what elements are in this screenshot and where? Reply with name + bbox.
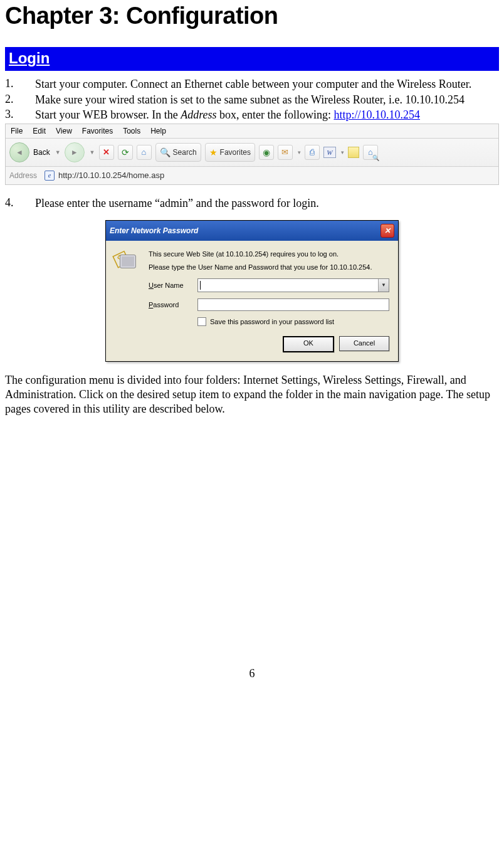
password-input[interactable] <box>197 298 389 311</box>
favorites-button[interactable]: ★Favorites <box>205 143 255 162</box>
menu-view[interactable]: View <box>56 127 72 135</box>
dialog-titlebar: Enter Network Password ✕ <box>106 221 398 241</box>
instruction-list: 1. Start your computer. Connect an Ether… <box>5 77 499 210</box>
ok-button[interactable]: OK <box>283 336 334 352</box>
list-text: Make sure your wired station is set to t… <box>35 93 499 107</box>
password-dialog: Enter Network Password ✕ ⚿ This secure W… <box>105 220 399 362</box>
print-icon[interactable]: ⎙ <box>305 145 320 160</box>
menu-tools[interactable]: Tools <box>123 127 140 135</box>
search-icon: 🔍 <box>160 147 171 157</box>
list-item: 3. Start your WEB browser. In the Addres… <box>5 108 499 122</box>
back-button-icon[interactable]: ◄ <box>9 142 29 162</box>
ie-page-icon: e <box>45 171 55 181</box>
word-icon[interactable]: W <box>323 147 336 158</box>
note-icon[interactable] <box>348 147 359 158</box>
refresh-icon[interactable]: ⟳ <box>118 145 133 160</box>
list-text: Please enter the username “admin” and th… <box>35 196 499 211</box>
favorites-label: Favorites <box>220 148 251 157</box>
caret-icon: ▼ <box>90 149 95 155</box>
dialog-text-line1: This secure Web Site (at 10.10.10.254) r… <box>149 250 389 259</box>
browser-toolbar-figure: File Edit View Favorites Tools Help ◄ Ba… <box>5 124 499 185</box>
list-text: Start your computer. Connect an Ethernet… <box>35 77 499 92</box>
toolbar-buttons: ◄ Back ▼ ► ▼ ✕ ⟳ ⌂ 🔍Search ★Favorites ◉ … <box>6 139 498 167</box>
dialog-title-text: Enter Network Password <box>110 226 198 235</box>
dialog-text-line2: Please type the User Name and Password t… <box>149 263 389 272</box>
cancel-button[interactable]: Cancel <box>339 336 389 351</box>
address-field[interactable]: e http://10.10.10.254/home.asp <box>42 169 495 182</box>
dropdown-icon[interactable]: ▼ <box>378 279 389 292</box>
page-number: 6 <box>5 667 499 687</box>
dialog-figure: Enter Network Password ✕ ⚿ This secure W… <box>5 220 499 362</box>
mail-icon[interactable]: ✉ <box>278 145 293 160</box>
list-item: 2. Make sure your wired station is set t… <box>5 93 499 107</box>
list-number: 1. <box>5 77 35 92</box>
menu-bar: File Edit View Favorites Tools Help <box>6 124 498 139</box>
list-number: 3. <box>5 108 35 122</box>
menu-edit[interactable]: Edit <box>33 127 46 135</box>
close-button[interactable]: ✕ <box>381 224 394 238</box>
username-label: User Name <box>149 282 197 289</box>
caret-icon: ▼ <box>55 149 61 155</box>
link-text: http://10.10.10.254 <box>333 108 420 121</box>
key-icon: ⚿ <box>115 248 137 271</box>
stop-icon[interactable]: ✕ <box>99 145 114 160</box>
caret-icon: ▾ <box>298 149 301 155</box>
address-value: http://10.10.10.254/home.asp <box>58 171 164 180</box>
save-password-label: Save this password in your password list <box>210 318 334 325</box>
section-heading: Login <box>5 47 499 71</box>
list-number: 2. <box>5 93 35 107</box>
media-icon[interactable]: ◉ <box>259 145 274 160</box>
list-number: 4. <box>5 196 35 211</box>
save-password-checkbox[interactable] <box>197 317 206 326</box>
list-item: 4. Please enter the username “admin” and… <box>5 196 499 211</box>
home-icon[interactable]: ⌂ <box>137 145 152 160</box>
username-input[interactable]: ▼ <box>197 278 389 292</box>
links-icon[interactable]: ⌂ <box>363 145 378 160</box>
italic-text: Address <box>181 108 216 121</box>
forward-button-icon[interactable]: ► <box>65 142 85 162</box>
chapter-title: Chapter 3: Configuration <box>5 3 499 29</box>
address-label: Address <box>9 171 37 180</box>
caret-icon: ▾ <box>341 149 344 155</box>
menu-file[interactable]: File <box>11 127 23 135</box>
closing-paragraph: The configuration menu is divided into f… <box>5 373 499 416</box>
text-segment: box, enter the following: <box>216 108 333 121</box>
search-label: Search <box>173 148 197 157</box>
address-bar: Address e http://10.10.10.254/home.asp <box>6 167 498 184</box>
text-segment: Start your WEB browser. In the <box>35 108 181 121</box>
menu-favorites[interactable]: Favorites <box>82 127 113 135</box>
menu-help[interactable]: Help <box>150 127 166 135</box>
search-button[interactable]: 🔍Search <box>155 143 201 162</box>
star-icon: ★ <box>209 147 218 157</box>
password-label: Password <box>149 301 197 308</box>
back-button-label[interactable]: Back <box>33 148 50 157</box>
list-text: Start your WEB browser. In the Address b… <box>35 108 499 122</box>
list-item: 1. Start your computer. Connect an Ether… <box>5 77 499 92</box>
